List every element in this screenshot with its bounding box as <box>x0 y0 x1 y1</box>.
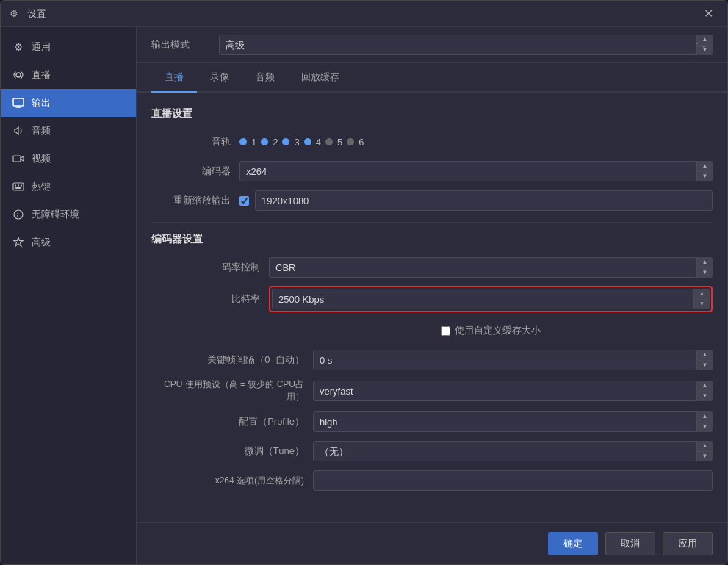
bitrate-input[interactable] <box>272 289 710 309</box>
section-divider-1 <box>151 222 713 223</box>
audio-tracks-list: 1 2 3 4 5 6 <box>239 137 713 148</box>
svg-rect-7 <box>15 187 21 189</box>
custom-buffer-label[interactable]: 使用自定义缓存大小 <box>455 324 541 337</box>
accessibility-icon: i <box>12 209 24 220</box>
keyframe-select[interactable]: 0 s 1 s 2 s 3 s <box>313 350 713 370</box>
cancel-button[interactable]: 取消 <box>605 532 655 555</box>
encoder-settings-title: 编码器设置 <box>151 233 713 246</box>
svg-rect-3 <box>13 183 24 190</box>
audio-tracks-label: 音轨 <box>151 135 239 148</box>
sidebar-label-output: 输出 <box>32 96 51 109</box>
rescale-label: 重新缩放输出 <box>151 194 239 207</box>
svg-rect-6 <box>21 185 22 187</box>
profile-select-wrapper: baseline main high ▲ ▼ <box>313 411 713 432</box>
track-dot-1 <box>239 138 247 145</box>
svg-rect-2 <box>13 156 21 162</box>
sidebar-item-hotkeys[interactable]: 热键 <box>1 173 136 201</box>
bitrate-down-btn[interactable]: ▼ <box>693 300 710 310</box>
track-dot-3 <box>282 138 289 145</box>
output-mode-label: 输出模式 <box>151 38 210 51</box>
bitrate-input-wrapper: ▲ ▼ <box>272 289 710 309</box>
sidebar-label-video: 视频 <box>32 152 51 165</box>
sidebar-label-accessibility: 无障碍环境 <box>32 208 79 221</box>
output-mode-select[interactable]: 简单 高级 <box>219 35 713 55</box>
cpu-preset-select-wrapper: ultrafast superfast veryfast faster fast… <box>313 381 713 401</box>
advanced-icon <box>12 237 24 248</box>
apply-button[interactable]: 应用 <box>663 532 713 555</box>
window-title: 设置 <box>27 7 46 21</box>
profile-label: 配置（Profile） <box>151 415 313 428</box>
sidebar-label-audio: 音频 <box>32 124 51 137</box>
tune-select[interactable]: （无） film animation <box>313 441 713 461</box>
audio-tracks-row: 音轨 1 2 3 4 5 <box>151 131 713 153</box>
tab-stream[interactable]: 直播 <box>151 63 197 93</box>
rate-control-label: 码率控制 <box>151 261 269 274</box>
profile-select[interactable]: baseline main high <box>313 411 713 432</box>
track-label-1: 1 <box>251 137 256 148</box>
footer: 确定 取消 应用 <box>137 522 727 564</box>
track-dot-5 <box>325 138 333 145</box>
rate-control-select[interactable]: CBR VBR CQP <box>269 257 713 278</box>
bitrate-highlight-box: ▲ ▼ <box>269 286 713 312</box>
x264-options-input[interactable] <box>313 470 713 491</box>
tab-record[interactable]: 录像 <box>197 63 242 93</box>
cpu-preset-select[interactable]: ultrafast superfast veryfast faster fast… <box>313 381 713 401</box>
encoder-select[interactable]: x264 NVENC H.264 AMD H.264 <box>239 161 713 181</box>
svg-point-0 <box>16 73 21 77</box>
tab-audio[interactable]: 音频 <box>242 63 288 93</box>
rescale-row: 重新缩放输出 1920x1080 1280x720 854x480 <box>151 190 713 212</box>
sidebar-label-stream: 直播 <box>32 68 51 82</box>
tune-label: 微调（Tune） <box>151 445 313 458</box>
sidebar-label-general: 通用 <box>32 40 51 54</box>
sidebar-item-video[interactable]: 视频 <box>1 145 136 173</box>
bitrate-control: ▲ ▼ <box>269 286 713 312</box>
sidebar-item-advanced[interactable]: 高级 <box>1 228 136 256</box>
panel-content: 直播设置 音轨 1 2 3 4 <box>137 93 727 522</box>
output-mode-select-wrapper: 简单 高级 ▲ ▼ <box>219 35 713 55</box>
sidebar-item-audio[interactable]: 音频 <box>1 117 136 145</box>
titlebar: ⚙ 设置 ✕ <box>1 1 727 27</box>
sidebar-item-general[interactable]: ⚙ 通用 <box>1 33 136 61</box>
keyframe-label: 关键帧间隔（0=自动） <box>151 353 313 367</box>
output-mode-bar: 输出模式 简单 高级 ▲ ▼ <box>137 27 727 63</box>
audio-tracks-control: 1 2 3 4 5 6 <box>239 137 713 148</box>
confirm-button[interactable]: 确定 <box>548 532 598 555</box>
rescale-checkbox[interactable] <box>239 196 249 206</box>
video-icon <box>12 153 24 165</box>
bitrate-up-btn[interactable]: ▲ <box>693 289 710 300</box>
custom-buffer-checkbox[interactable] <box>441 326 450 336</box>
sidebar-label-advanced: 高级 <box>32 236 51 249</box>
x264-options-control <box>313 470 713 491</box>
main-content: ⚙ 通用 直播 <box>1 27 727 564</box>
tab-replay[interactable]: 回放缓存 <box>288 63 353 93</box>
track-dot-6 <box>347 138 354 145</box>
audio-icon <box>12 125 24 137</box>
keyframe-select-wrapper: 0 s 1 s 2 s 3 s ▲ ▼ <box>313 350 713 370</box>
cpu-preset-label: CPU 使用预设（高 = 较少的 CPU占用） <box>151 378 313 403</box>
keyframe-row: 关键帧间隔（0=自动） 0 s 1 s 2 s 3 s ▲ ▼ <box>151 349 713 371</box>
cpu-preset-row: CPU 使用预设（高 = 较少的 CPU占用） ultrafast superf… <box>151 378 713 403</box>
x264-options-row: x264 选项(用空格分隔) <box>151 469 713 492</box>
custom-buffer-row: 使用自定义缓存大小 <box>151 320 713 342</box>
sidebar-item-accessibility[interactable]: i 无障碍环境 <box>1 201 136 228</box>
encoder-label: 编码器 <box>151 165 239 178</box>
stream-settings-title: 直播设置 <box>151 107 713 120</box>
track-label-2: 2 <box>273 137 278 148</box>
titlebar-left: ⚙ 设置 <box>10 7 46 21</box>
tabs-bar: 直播 录像 音频 回放缓存 <box>137 63 727 93</box>
track-label-6: 6 <box>358 137 364 148</box>
rescale-select[interactable]: 1920x1080 1280x720 854x480 <box>255 190 713 211</box>
sidebar-label-hotkeys: 热键 <box>32 180 51 193</box>
bitrate-spin-btns: ▲ ▼ <box>693 289 710 309</box>
track-dot-4 <box>304 138 311 145</box>
sidebar: ⚙ 通用 直播 <box>1 27 137 564</box>
track-label-3: 3 <box>294 137 299 148</box>
sidebar-item-stream[interactable]: 直播 <box>1 61 136 89</box>
right-panel: 输出模式 简单 高级 ▲ ▼ 直播 录像 音频 回放缓存 <box>137 27 727 564</box>
track-label-4: 4 <box>316 137 321 148</box>
output-icon <box>12 97 24 109</box>
settings-window: ⚙ 设置 ✕ ⚙ 通用 直播 <box>0 0 728 565</box>
svg-text:i: i <box>17 212 19 219</box>
sidebar-item-output[interactable]: 输出 <box>1 89 136 117</box>
close-button[interactable]: ✕ <box>698 4 718 24</box>
